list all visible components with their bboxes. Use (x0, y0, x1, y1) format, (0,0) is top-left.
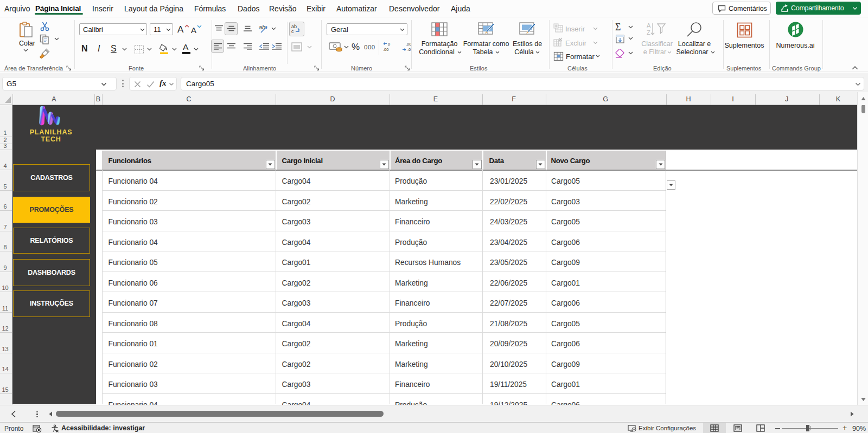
svg-text:.0: .0 (407, 47, 411, 52)
svg-text:.00: .00 (383, 47, 388, 52)
svg-text:0: 0 (388, 42, 390, 47)
svg-text:Z: Z (647, 29, 650, 36)
svg-text:.00: .00 (406, 42, 411, 47)
svg-text:c: c (291, 29, 294, 34)
svg-text:A: A (647, 22, 651, 29)
